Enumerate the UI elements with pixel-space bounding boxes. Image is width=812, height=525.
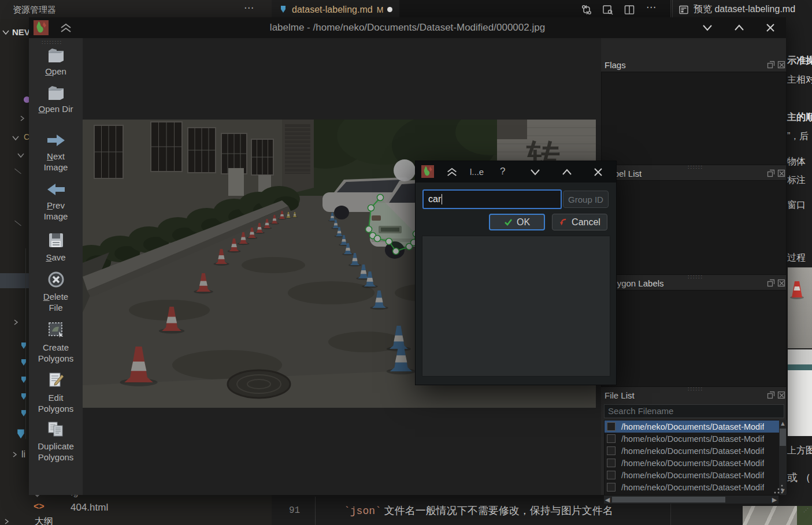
panel-splitter[interactable]: ::::::	[688, 274, 703, 280]
preview-fragment: 过程	[787, 252, 806, 264]
prev-image-button[interactable]: Prev Image	[29, 183, 83, 222]
labelme-titlebar[interactable]: labelme - /home/neko/Documents/Dataset-M…	[29, 17, 786, 38]
dialog-shrink-icon[interactable]	[529, 167, 542, 177]
maximize-window-icon[interactable]	[733, 23, 746, 32]
sidebar-item-li[interactable]: li	[21, 449, 25, 460]
file-list-item[interactable]: /home/neko/Documents/Dataset-Modif	[605, 481, 779, 493]
file-checkbox[interactable]	[607, 459, 616, 467]
file-list-item[interactable]: /home/neko/Documents/Dataset-Modif	[605, 445, 779, 457]
file-list-item[interactable]: /home/neko/Documents/Dataset-Modif	[605, 457, 779, 469]
sidebar-item-404[interactable]: 404.html	[71, 502, 108, 513]
outline-section-label[interactable]: 大纲	[35, 516, 53, 525]
close-window-icon[interactable]	[765, 22, 776, 33]
scroll-left-icon[interactable]: ◀	[604, 496, 611, 504]
panel-splitter[interactable]: ::::::	[688, 386, 703, 392]
cancel-button[interactable]: Cancel	[552, 214, 607, 230]
polygon-labels-panel-body[interactable]	[601, 290, 787, 387]
delete-file-button[interactable]: Delete File	[29, 271, 83, 313]
open-preview-side-icon[interactable]	[602, 4, 614, 16]
open-dir-button[interactable]: Open Dir	[29, 85, 83, 114]
panel-splitter[interactable]: ::::::	[688, 164, 703, 170]
file-list-item[interactable]: /home/neko/Documents/Dataset-Modif	[605, 469, 779, 481]
file-list-item[interactable]: /home/neko/Documents/Dataset-Modif	[605, 433, 779, 445]
check-icon	[504, 218, 513, 226]
md-file-icon[interactable]	[20, 359, 28, 367]
tab-preview[interactable]: 预览 dataset-labeling.md	[672, 0, 812, 19]
resize-grip-icon[interactable]	[773, 484, 784, 494]
cancel-icon	[559, 218, 568, 226]
file-checkbox[interactable]	[607, 483, 616, 492]
open-button[interactable]: Open	[29, 47, 83, 77]
float-panel-icon[interactable]	[767, 391, 775, 399]
git-modified-badge: M	[377, 5, 384, 14]
file-list-hscrollbar[interactable]: ◀ ▶	[604, 496, 778, 504]
code-line[interactable]: `json` 文件名一般情况下不需要修改，保持与图片文件名	[344, 504, 668, 517]
float-panel-icon[interactable]	[767, 61, 775, 69]
create-polygons-button[interactable]: Create Polygons	[29, 321, 83, 364]
split-editor-icon[interactable]	[624, 4, 635, 16]
label-list-panel-body[interactable]	[601, 180, 787, 275]
md-file-icon[interactable]	[20, 342, 28, 350]
scroll-up-icon[interactable]: ▲	[779, 420, 787, 427]
label-name-input[interactable]: car	[422, 189, 562, 209]
tool-label: Next Image	[36, 151, 76, 173]
chevron-down-icon[interactable]	[17, 152, 25, 159]
dialog-help-icon[interactable]: ?	[500, 166, 505, 177]
file-checkbox[interactable]	[607, 422, 616, 431]
hscroll-thumb[interactable]	[612, 497, 725, 502]
close-panel-icon[interactable]	[777, 61, 785, 69]
close-panel-icon[interactable]	[777, 279, 785, 287]
dialog-collapse-icon[interactable]	[446, 166, 458, 177]
chevron-down-icon[interactable]	[2, 29, 10, 36]
dialog-titlebar[interactable]: l...e ?	[416, 161, 616, 183]
md-file-icon[interactable]	[20, 376, 28, 384]
editor-more-icon[interactable]: ⋯	[646, 1, 656, 13]
chevron-right-icon[interactable]	[12, 451, 17, 458]
markdown-file-icon	[279, 5, 288, 14]
sidebar-selected-row[interactable]	[0, 273, 29, 288]
explorer-more-icon[interactable]: ⋯	[244, 2, 254, 14]
save-button[interactable]: Save	[29, 232, 83, 263]
arrow-right-icon	[46, 133, 66, 147]
delete-circle-icon	[48, 271, 64, 288]
label-history-list[interactable]	[422, 236, 610, 377]
close-panel-icon[interactable]	[777, 391, 785, 399]
close-panel-icon[interactable]	[777, 169, 785, 177]
chevron-right-icon[interactable]	[13, 319, 18, 326]
sidebar-section-label[interactable]: NEV	[12, 27, 29, 37]
next-image-button[interactable]: Next Image	[29, 133, 83, 173]
edit-polygons-button[interactable]: Edit Polygons	[29, 371, 83, 414]
group-id-button[interactable]: Group ID	[563, 191, 609, 208]
float-panel-icon[interactable]	[767, 279, 775, 287]
file-checkbox[interactable]	[607, 434, 616, 443]
md-file-icon[interactable]	[20, 409, 28, 418]
preview-fragment: 窗口	[787, 199, 806, 211]
float-panel-icon[interactable]	[767, 169, 775, 177]
file-list[interactable]: /home/neko/Documents/Dataset-Modif /home…	[604, 420, 780, 496]
chevron-down-icon[interactable]	[12, 135, 20, 142]
minimize-window-icon[interactable]	[701, 23, 714, 32]
chevron-right-icon[interactable]	[3, 518, 9, 525]
file-checkbox[interactable]	[607, 446, 616, 455]
window-resize-grip[interactable]: ⋰	[803, 507, 809, 513]
md-file-icon[interactable]	[15, 429, 27, 440]
file-list-vscrollbar[interactable]: ▲ ▼	[779, 420, 787, 494]
file-list-item[interactable]: /home/neko/Documents/Dataset-Modif	[605, 420, 779, 433]
git-compare-icon[interactable]	[581, 4, 592, 16]
file-search-input[interactable]: Search Filename	[604, 404, 784, 418]
dialog-close-icon[interactable]	[592, 166, 604, 178]
unsaved-dot-icon[interactable]	[387, 7, 392, 12]
duplicate-polygons-button[interactable]: Duplicate Polygons	[29, 421, 83, 463]
ok-button[interactable]: OK	[489, 214, 545, 230]
duplicate-icon	[47, 421, 65, 437]
file-checkbox[interactable]	[607, 471, 616, 479]
md-file-icon[interactable]	[20, 393, 28, 401]
dialog-expand-icon[interactable]	[561, 167, 573, 177]
scroll-right-icon[interactable]: ▶	[771, 496, 778, 504]
chevron-right-icon[interactable]	[19, 115, 25, 122]
toolbar-drag-handle[interactable]: ::::::::	[42, 39, 62, 45]
vscroll-thumb[interactable]	[780, 429, 786, 446]
flags-panel-body[interactable]	[601, 72, 787, 165]
tab-dataset-labeling[interactable]: dataset-labeling.md M	[272, 0, 399, 19]
line-number: 91	[289, 505, 300, 516]
